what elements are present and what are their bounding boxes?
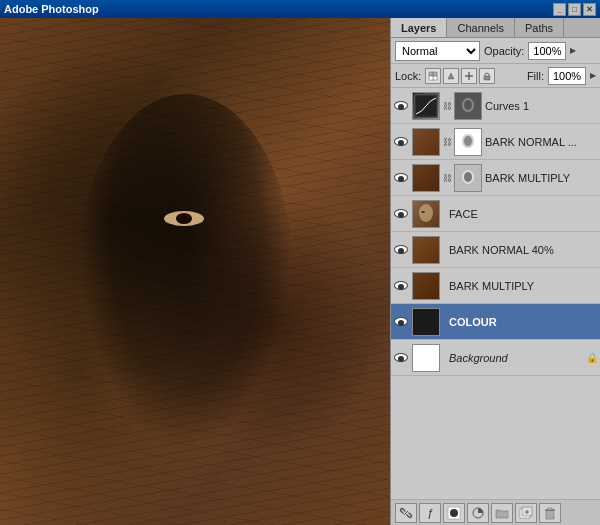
minimize-button[interactable]: _: [553, 3, 566, 16]
layer-style-btn[interactable]: ƒ: [419, 503, 441, 523]
svg-rect-1: [433, 76, 437, 80]
lock-fill-row: Lock:: [391, 64, 600, 88]
link-icon-curves1: ⛓: [443, 101, 451, 111]
title-bar-buttons: _ □ ✕: [553, 3, 596, 16]
visibility-icon-background[interactable]: [393, 350, 409, 366]
svg-rect-0: [429, 72, 433, 76]
bark-background: [0, 18, 390, 525]
layer-list: ⛓ Curves 1 ⛓: [391, 88, 600, 499]
eye-symbol-barkmultiply: [394, 173, 408, 182]
curves-icon: [414, 94, 438, 118]
lock-image-btn[interactable]: [443, 68, 459, 84]
thumbnail-barknormal40: [412, 236, 440, 264]
lock-position-btn[interactable]: [461, 68, 477, 84]
svg-rect-25: [546, 510, 554, 519]
visibility-icon-face[interactable]: [393, 206, 409, 222]
close-button[interactable]: ✕: [583, 3, 596, 16]
link-layers-btn[interactable]: [395, 503, 417, 523]
layers-panel: Layers Channels Paths Normal Opacity: ▶ …: [390, 18, 600, 525]
lock-indicator-background: 🔒: [586, 352, 598, 363]
eye-symbol-background: [394, 353, 408, 362]
layer-name-barknormal: BARK NORMAL ...: [485, 136, 598, 148]
opacity-input[interactable]: [528, 42, 566, 60]
visibility-icon-colour[interactable]: [393, 314, 409, 330]
svg-point-16: [421, 211, 425, 213]
opacity-arrow[interactable]: ▶: [570, 46, 576, 55]
mask-thumbnail-barkmultiply: [454, 164, 482, 192]
mask-icon-barknormal: [459, 133, 477, 151]
layer-item-face[interactable]: FACE: [391, 196, 600, 232]
eye-symbol-barknormal40: [394, 245, 408, 254]
layer-name-curves1: Curves 1: [485, 100, 598, 112]
eye-symbol-colour: [394, 317, 408, 326]
tab-paths[interactable]: Paths: [515, 18, 564, 37]
thumbnail-barkmultiply: [412, 164, 440, 192]
lock-icons: [425, 68, 495, 84]
layer-item-barknormal[interactable]: ⛓ BARK NORMAL ...: [391, 124, 600, 160]
svg-point-12: [464, 136, 472, 146]
title-bar: Adobe Photoshop _ □ ✕: [0, 0, 600, 18]
adjustment-btn[interactable]: [467, 503, 489, 523]
svg-point-10: [464, 100, 472, 110]
link-icon-barknormal: ⛓: [443, 137, 451, 147]
layer-item-barkmultiply[interactable]: ⛓ BARK MULTIPLY: [391, 160, 600, 196]
canvas-area: [0, 18, 390, 525]
trash-icon: [543, 506, 557, 520]
visibility-icon-barkmultiply2[interactable]: [393, 278, 409, 294]
fill-arrow[interactable]: ▶: [590, 71, 596, 80]
main-area: Layers Channels Paths Normal Opacity: ▶ …: [0, 18, 600, 525]
fill-label: Fill:: [527, 70, 544, 82]
layer-name-face: FACE: [443, 208, 598, 220]
visibility-icon-barknormal[interactable]: [393, 134, 409, 150]
link-icon-barkmultiply: ⛓: [443, 173, 451, 183]
mask-thumbnail-barknormal: [454, 128, 482, 156]
svg-point-19: [450, 509, 458, 517]
mask-btn-icon: [447, 506, 461, 520]
mask-face-icon: [459, 97, 477, 115]
thumbnail-background: [412, 344, 440, 372]
layer-item-barknormal40[interactable]: BARK NORMAL 40%: [391, 232, 600, 268]
panel-bottom-toolbar: ƒ: [391, 499, 600, 525]
thumbnail-barknormal: [412, 128, 440, 156]
svg-point-14: [464, 172, 472, 182]
visibility-icon-barknormal40[interactable]: [393, 242, 409, 258]
folder-icon: [495, 506, 509, 520]
layer-name-barknormal40: BARK NORMAL 40%: [443, 244, 598, 256]
svg-rect-6: [484, 76, 490, 80]
layer-item-barkmultiply2[interactable]: BARK MULTIPLY: [391, 268, 600, 304]
blend-mode-select[interactable]: Normal: [395, 41, 480, 61]
eye-symbol-face: [394, 209, 408, 218]
lock-transparent-btn[interactable]: [425, 68, 441, 84]
panel-tabs: Layers Channels Paths: [391, 18, 600, 38]
svg-rect-2: [429, 76, 433, 80]
visibility-icon-barkmultiply[interactable]: [393, 170, 409, 186]
fill-input[interactable]: [548, 67, 586, 85]
lock-all-btn[interactable]: [479, 68, 495, 84]
layer-item-colour[interactable]: COLOUR: [391, 304, 600, 340]
layer-item-curves1[interactable]: ⛓ Curves 1: [391, 88, 600, 124]
layer-name-barkmultiply: BARK MULTIPLY: [485, 172, 598, 184]
layer-item-background[interactable]: Background 🔒: [391, 340, 600, 376]
eye-pupil: [176, 213, 192, 224]
thumbnail-face: [412, 200, 440, 228]
mask-icon-barkmultiply: [459, 169, 477, 187]
new-layer-btn[interactable]: [515, 503, 537, 523]
tab-layers[interactable]: Layers: [391, 18, 447, 37]
maximize-button[interactable]: □: [568, 3, 581, 16]
lock-label: Lock:: [395, 70, 421, 82]
link-icon: [399, 506, 413, 520]
visibility-icon-curves1[interactable]: [393, 98, 409, 114]
adjustment-icon: [471, 506, 485, 520]
tab-channels[interactable]: Channels: [447, 18, 514, 37]
svg-rect-27: [548, 508, 552, 510]
thumbnail-barkmultiply2: [412, 272, 440, 300]
mask-thumbnail-curves1: [454, 92, 482, 120]
eye-symbol-barknormal: [394, 137, 408, 146]
delete-layer-btn[interactable]: [539, 503, 561, 523]
group-layers-btn[interactable]: [491, 503, 513, 523]
svg-point-15: [419, 204, 433, 222]
thumbnail-colour: [412, 308, 440, 336]
opacity-label: Opacity:: [484, 45, 524, 57]
svg-rect-3: [433, 72, 437, 76]
layer-mask-btn[interactable]: [443, 503, 465, 523]
